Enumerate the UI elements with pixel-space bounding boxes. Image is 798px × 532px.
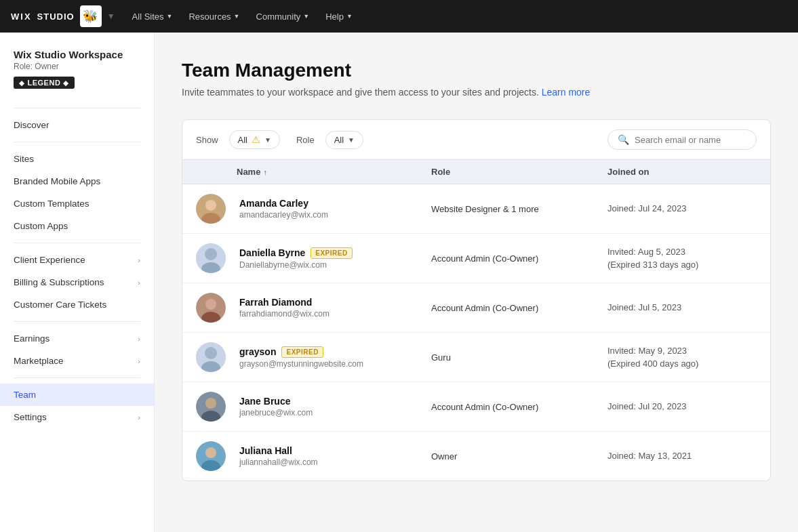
member-info: Daniella Byrne EXPIRED Daniellabyrne@wix… <box>237 247 431 270</box>
nav-help[interactable]: Help ▼ <box>325 12 353 22</box>
member-email: amandacarley@wix.com <box>239 210 431 220</box>
topnav: WIX STUDIO 🐝 ▼ All Sites ▼ Resources ▼ C… <box>0 0 798 33</box>
member-joined: Joined: May 13, 2021 <box>607 449 757 463</box>
avatar <box>196 392 226 422</box>
member-name: Amanda Carley <box>239 198 431 209</box>
header-name-col[interactable]: Name ↑ <box>237 167 431 177</box>
member-info: Juliana Hall juliannahall@wix.com <box>237 445 431 467</box>
logo-icon: 🐝 <box>80 5 102 27</box>
header-avatar-col <box>196 167 237 177</box>
role-value: All <box>334 135 344 145</box>
chevron-down-icon: ▼ <box>346 13 353 20</box>
role-filter-dropdown[interactable]: All ▼ <box>325 131 363 149</box>
member-role: Account Admin (Co-Owner) <box>431 253 607 264</box>
sidebar-item-team[interactable]: Team <box>0 384 154 406</box>
sidebar-item-billing-subscriptions[interactable]: Billing & Subscriptions › <box>0 271 154 293</box>
nav-all-sites[interactable]: All Sites ▼ <box>132 12 173 22</box>
member-joined: Joined: Jul 20, 2023 <box>607 400 757 413</box>
sidebar-divider-4 <box>14 321 140 322</box>
sidebar-item-branded-mobile-apps[interactable]: Branded Mobile Apps <box>0 170 154 192</box>
team-table: Name ↑ Role Joined on Amanda Carley aman… <box>182 160 771 481</box>
dropdown-chevron-icon: ▼ <box>264 136 271 144</box>
dropdown-chevron-icon: ▼ <box>348 136 355 144</box>
nav-community[interactable]: Community ▼ <box>256 12 310 22</box>
header-joined-col: Joined on <box>607 167 757 177</box>
sidebar-divider-3 <box>14 243 140 243</box>
header-role-col: Role <box>431 167 607 177</box>
svg-point-4 <box>205 248 217 260</box>
sidebar-item-discover[interactable]: Discover <box>0 114 154 136</box>
member-info: Jane Bruce janebruce@wix.com <box>237 396 431 417</box>
search-box[interactable]: 🔍 <box>607 129 757 150</box>
chevron-right-icon: › <box>138 256 140 264</box>
member-joined: Joined: Jul 24, 2023 <box>607 202 757 216</box>
chevron-right-icon: › <box>138 357 140 365</box>
sidebar-item-custom-apps[interactable]: Custom Apps <box>0 215 154 237</box>
member-email: grayson@mystunningwebsite.com <box>239 359 431 369</box>
sidebar-divider-5 <box>14 377 140 378</box>
member-name: Jane Bruce <box>239 396 431 407</box>
site-chevron: ▼ <box>107 12 116 21</box>
expired-badge: EXPIRED <box>311 247 352 259</box>
filters-bar: Show All ⚠ ▼ Role All ▼ 🔍 <box>182 119 771 160</box>
chevron-right-icon: › <box>138 279 140 287</box>
sidebar: Wix Studio Workspace Role: Owner ◆ LEGEN… <box>0 33 155 532</box>
chevron-right-icon: › <box>138 413 140 422</box>
role-label: Role <box>296 135 315 145</box>
table-row: grayson EXPIRED grayson@mystunningwebsit… <box>182 333 770 382</box>
member-role: Owner <box>431 451 607 462</box>
learn-more-link[interactable]: Learn more <box>542 87 591 98</box>
avatar <box>196 342 226 372</box>
workspace-role: Role: Owner <box>14 62 140 71</box>
member-email: farrahdiamond@wix.com <box>239 309 431 319</box>
chevron-right-icon: › <box>138 335 140 343</box>
wix-text: WIX <box>11 12 32 22</box>
search-icon: 🔍 <box>618 134 629 145</box>
member-email: juliannahall@wix.com <box>239 457 431 467</box>
warning-icon: ⚠ <box>252 134 260 145</box>
sidebar-item-marketplace[interactable]: Marketplace › <box>0 350 154 372</box>
nav-resources[interactable]: Resources ▼ <box>188 12 239 22</box>
sidebar-item-client-experience[interactable]: Client Experience › <box>0 249 154 271</box>
member-info: Amanda Carley amandacarley@wix.com <box>237 198 431 220</box>
member-email: janebruce@wix.com <box>239 408 431 417</box>
member-role: Account Admin (Co-Owner) <box>431 303 607 313</box>
table-row: Daniella Byrne EXPIRED Daniellabyrne@wix… <box>182 234 770 283</box>
show-value: All <box>238 135 247 145</box>
sidebar-item-settings[interactable]: Settings › <box>0 406 154 428</box>
svg-point-1 <box>205 200 216 211</box>
svg-point-10 <box>205 347 217 359</box>
member-email: Daniellabyrne@wix.com <box>239 260 431 270</box>
page-title: Team Management <box>182 60 771 81</box>
member-info: Farrah Diamond farrahdiamond@wix.com <box>237 297 431 319</box>
svg-point-16 <box>205 447 216 458</box>
sidebar-item-earnings[interactable]: Earnings › <box>0 327 154 350</box>
legend-badge: ◆ LEGEND ◆ <box>14 77 75 89</box>
avatar <box>196 441 226 471</box>
chevron-down-icon: ▼ <box>167 13 173 20</box>
workspace-info: Wix Studio Workspace Role: Owner ◆ LEGEN… <box>0 49 154 102</box>
sidebar-item-sites[interactable]: Sites <box>0 148 154 170</box>
main-content: Team Management Invite teammates to your… <box>155 33 798 532</box>
show-filter-dropdown[interactable]: All ⚠ ▼ <box>229 130 280 149</box>
member-name: Juliana Hall <box>239 445 431 456</box>
sidebar-item-custom-templates[interactable]: Custom Templates <box>0 192 154 215</box>
diamond-left-icon: ◆ <box>19 79 25 87</box>
member-joined: Invited: Aug 5, 2023 (Expired 313 days a… <box>607 245 757 272</box>
chevron-down-icon: ▼ <box>303 13 309 20</box>
svg-point-13 <box>205 398 216 409</box>
avatar <box>196 194 226 224</box>
search-input[interactable] <box>635 135 743 145</box>
avatar <box>196 243 226 273</box>
chevron-down-icon: ▼ <box>234 13 240 20</box>
member-role: Website Designer & 1 more <box>431 204 607 214</box>
sidebar-item-customer-care-tickets[interactable]: Customer Care Tickets <box>0 293 154 316</box>
logo[interactable]: WIX STUDIO 🐝 ▼ <box>11 5 116 27</box>
table-row: Farrah Diamond farrahdiamond@wix.com Acc… <box>182 283 770 333</box>
table-row: Juliana Hall juliannahall@wix.com Owner … <box>182 432 770 480</box>
member-name: Daniella Byrne EXPIRED <box>239 247 431 259</box>
sidebar-divider-2 <box>14 142 140 142</box>
member-name: Farrah Diamond <box>239 297 431 308</box>
workspace-name: Wix Studio Workspace <box>14 49 140 60</box>
member-joined: Joined: Jul 5, 2023 <box>607 301 757 314</box>
